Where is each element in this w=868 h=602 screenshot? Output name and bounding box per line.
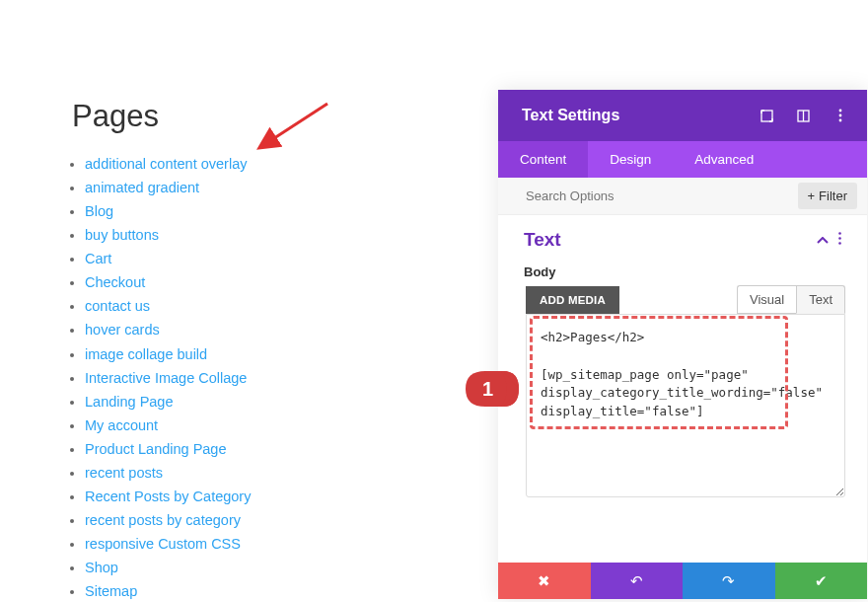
svg-point-6 — [838, 119, 841, 122]
page-link[interactable]: image collage build — [85, 346, 207, 362]
list-item: recent posts by category — [85, 508, 251, 532]
list-item: Recent Posts by Category — [85, 485, 251, 508]
close-icon: ✖ — [538, 572, 550, 590]
svg-line-0 — [271, 104, 327, 140]
undo-button[interactable]: ↶ — [591, 563, 684, 599]
page-link[interactable]: Recent Posts by Category — [85, 489, 251, 504]
svg-text:1: 1 — [482, 378, 493, 400]
list-item: My account — [85, 414, 251, 437]
tab-advanced[interactable]: Advanced — [673, 141, 775, 178]
list-item: Interactive Image Collage — [85, 366, 251, 390]
list-item: animated gradient — [85, 176, 251, 199]
svg-rect-1 — [761, 111, 772, 121]
page-link[interactable]: Blog — [85, 203, 113, 219]
section-kebab-icon[interactable] — [838, 232, 841, 248]
list-item: buy buttons — [85, 223, 251, 247]
page-link[interactable]: responsive Custom CSS — [85, 536, 241, 552]
plus-icon: + — [808, 188, 816, 203]
section-header: Text — [498, 215, 867, 255]
page-link[interactable]: Shop — [85, 560, 118, 575]
page-link[interactable]: Interactive Image Collage — [85, 370, 247, 386]
page-link[interactable]: contact us — [85, 298, 150, 314]
body-label: Body — [498, 255, 867, 285]
editor-toolbar: ADD MEDIA Visual Text — [498, 285, 867, 314]
panel-header: Text Settings — [498, 90, 867, 141]
panel-header-actions — [760, 109, 847, 123]
panel-footer-bar: ✖ ↶ ↷ ✔ — [498, 563, 867, 599]
list-item: recent posts — [85, 461, 251, 485]
svg-point-8 — [838, 237, 841, 240]
list-item: Sitemap — [85, 579, 251, 602]
editor-tab-text[interactable]: Text — [796, 285, 845, 314]
tab-design[interactable]: Design — [588, 141, 673, 178]
page-link[interactable]: buy buttons — [85, 227, 159, 243]
svg-point-7 — [838, 232, 841, 235]
list-item: Cart — [85, 247, 251, 270]
search-input[interactable] — [526, 188, 798, 203]
svg-point-5 — [838, 114, 841, 117]
editor-tabs: Visual Text — [737, 285, 845, 314]
list-item: hover cards — [85, 318, 251, 341]
page-link[interactable]: recent posts — [85, 465, 163, 481]
panel-title: Text Settings — [522, 107, 619, 124]
page-link[interactable]: My account — [85, 417, 158, 433]
list-item: responsive Custom CSS — [85, 532, 251, 556]
svg-point-4 — [838, 110, 841, 113]
expand-icon[interactable] — [760, 109, 774, 123]
filter-label: Filter — [819, 188, 847, 203]
filter-button[interactable]: + Filter — [798, 183, 857, 209]
page-link[interactable]: recent posts by category — [85, 512, 241, 528]
list-item: additional content overlay — [85, 152, 251, 176]
list-item: Landing Page — [85, 390, 251, 414]
svg-point-9 — [838, 242, 841, 245]
list-item: contact us — [85, 294, 251, 318]
page-link[interactable]: animated gradient — [85, 180, 199, 195]
search-row: + Filter — [498, 178, 867, 215]
page-link[interactable]: Product Landing Page — [85, 441, 227, 457]
tab-content[interactable]: Content — [498, 141, 588, 178]
page-link[interactable]: Checkout — [85, 274, 145, 290]
editor-textarea[interactable]: <h2>Pages</h2> [wp_sitemap_page only="pa… — [526, 314, 845, 497]
check-icon: ✔ — [815, 572, 828, 590]
kebab-menu-icon[interactable] — [832, 109, 847, 123]
list-item: image collage build — [85, 342, 251, 366]
list-item: Shop — [85, 556, 251, 579]
add-media-button[interactable]: ADD MEDIA — [526, 286, 619, 314]
redo-icon: ↷ — [722, 572, 735, 590]
section-title: Text — [524, 229, 561, 251]
pages-list: additional content overlayanimated gradi… — [85, 152, 251, 602]
page-link[interactable]: hover cards — [85, 322, 160, 338]
redo-button[interactable]: ↷ — [683, 563, 775, 599]
undo-icon: ↶ — [630, 572, 643, 590]
list-item: Checkout — [85, 270, 251, 294]
page-link[interactable]: additional content overlay — [85, 156, 247, 172]
panel-tabs: Content Design Advanced — [498, 141, 867, 178]
settings-panel: Text Settings Content Design Advanced + … — [498, 90, 867, 599]
list-item: Blog — [85, 199, 251, 223]
columns-icon[interactable] — [796, 109, 811, 123]
page-link[interactable]: Sitemap — [85, 583, 137, 599]
page-link[interactable]: Cart — [85, 251, 111, 266]
collapse-icon[interactable] — [817, 232, 829, 248]
annotation-arrow — [256, 99, 335, 158]
discard-button[interactable]: ✖ — [498, 563, 591, 599]
save-button[interactable]: ✔ — [775, 563, 868, 599]
editor-tab-visual[interactable]: Visual — [737, 285, 796, 314]
page-title: Pages — [72, 99, 159, 134]
list-item: Product Landing Page — [85, 437, 251, 461]
page-link[interactable]: Landing Page — [85, 394, 174, 410]
